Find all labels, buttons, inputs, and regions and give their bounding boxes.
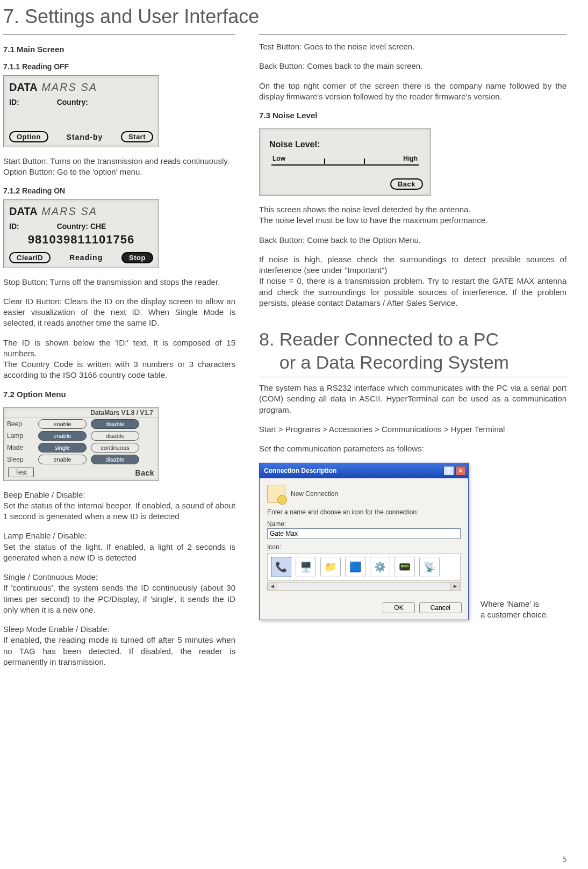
grid-icon[interactable]: 🟦 bbox=[345, 557, 365, 577]
name-label: Name: bbox=[267, 520, 461, 528]
lcd-reading-on: DATA MARS SA ID: Country: CHE 9810398111… bbox=[3, 199, 159, 268]
text-72d-title: Sleep Mode Enable / Disable: bbox=[3, 624, 235, 635]
noise-high-label: High bbox=[403, 155, 418, 163]
text-73e: If noise = 0, there is a transmission pr… bbox=[259, 276, 567, 308]
noise-tick bbox=[364, 159, 365, 164]
lcd1-id-label: ID: bbox=[9, 98, 19, 106]
heading-7-1-2: 7.1.2 Reading ON bbox=[3, 186, 235, 195]
lcd-noise-level: Noise Level: Low High Back bbox=[259, 128, 431, 196]
text-72b-title: Lamp Enable / Disable: bbox=[3, 530, 235, 541]
opt-sleep-disable[interactable]: disable bbox=[91, 455, 139, 464]
lcd1-option-button[interactable]: Option bbox=[9, 131, 48, 142]
opt-sleep-enable[interactable]: enable bbox=[38, 455, 87, 464]
new-connection-label: New Connection bbox=[291, 490, 338, 498]
grid-icon[interactable]: 📡 bbox=[419, 557, 440, 577]
text-72b: Set the status of the light. If enabled,… bbox=[3, 542, 235, 564]
noise-tick bbox=[324, 159, 325, 164]
text-8b: Start > Programs > Accessories > Communi… bbox=[259, 424, 567, 435]
option-header: DataMars V1.8 / V1.7 bbox=[4, 408, 159, 418]
lcd2-logo: DATA MARS SA bbox=[9, 205, 97, 218]
dialog-titlebar[interactable]: Connection Description ? × bbox=[260, 463, 468, 478]
grid-icon[interactable]: 📟 bbox=[395, 557, 415, 577]
lcd1-country-label: Country: bbox=[57, 98, 88, 106]
text-pr2: Back Button: Comes back to the main scre… bbox=[259, 61, 567, 71]
lcd2-id-value: 981039811101756 bbox=[9, 233, 153, 247]
option-row-beep: Beep enable disable bbox=[4, 418, 159, 430]
text-73a: This screen shows the noise level detect… bbox=[259, 204, 567, 215]
option-row-sleep: Sleep enable disable bbox=[4, 454, 159, 465]
text-711a: Start Button: Turns on the transmission … bbox=[3, 156, 235, 167]
text-73b: The noise level must be low to have the … bbox=[259, 215, 567, 226]
opt-lamp-disable[interactable]: disable bbox=[91, 431, 139, 441]
grid-icon[interactable]: ⚙️ bbox=[370, 557, 390, 577]
opt-label-lamp: Lamp bbox=[7, 432, 36, 440]
close-button[interactable]: × bbox=[455, 466, 466, 476]
section-7-title: 7. Settings and User Interface bbox=[3, 5, 567, 28]
lcd2-clearid-button[interactable]: ClearID bbox=[9, 252, 51, 263]
option-row-mode: Mode single continuous bbox=[4, 442, 159, 454]
opt-mode-continuous[interactable]: continuous bbox=[91, 443, 139, 453]
text-72c: If 'continuous', the system sends the ID… bbox=[3, 583, 235, 615]
text-pr3: On the top right corner of the screen th… bbox=[259, 81, 567, 103]
opt-lamp-enable[interactable]: enable bbox=[38, 431, 87, 441]
new-connection-icon bbox=[267, 485, 285, 503]
text-8c: Set the communication parameters as foll… bbox=[259, 443, 567, 454]
option-row-lamp: Lamp enable disable bbox=[4, 430, 159, 442]
opt-beep-enable[interactable]: enable bbox=[38, 419, 87, 429]
text-72c-title: Single / Continuous Mode: bbox=[3, 572, 235, 583]
text-712a: Stop Button: Turns off the transmission … bbox=[3, 277, 235, 288]
text-73c: Back Button: Come back to the Option Men… bbox=[259, 235, 567, 246]
right-column: Test Button: Goes to the noise level scr… bbox=[259, 34, 567, 676]
lcd1-status: Stand-by bbox=[66, 133, 103, 141]
heading-7-2: 7.2 Option Menu bbox=[3, 390, 235, 399]
grid-icon[interactable]: 📞 bbox=[271, 557, 291, 577]
lcd2-id-label: ID: bbox=[9, 222, 19, 231]
left-column: 7.1 Main Screen 7.1.1 Reading OFF DATA M… bbox=[3, 34, 235, 676]
option-menu-screen: DataMars V1.8 / V1.7 Beep enable disable… bbox=[3, 407, 159, 481]
text-72a-title: Beep Enable / Disable: bbox=[3, 490, 235, 500]
noise-back-button[interactable]: Back bbox=[390, 178, 423, 190]
connection-description-dialog: Connection Description ? × New Connectio… bbox=[259, 463, 469, 620]
lcd2-country-label: Country: CHE bbox=[57, 222, 106, 231]
noise-title: Noise Level: bbox=[269, 140, 423, 149]
opt-back-button[interactable]: Back bbox=[135, 468, 154, 477]
lcd2-status: Reading bbox=[69, 253, 103, 262]
opt-mode-single[interactable]: single bbox=[38, 443, 87, 453]
grid-icon[interactable]: 📁 bbox=[320, 557, 341, 577]
name-input[interactable] bbox=[267, 528, 461, 539]
text-8a: The system has a RS232 interface which c… bbox=[259, 383, 567, 415]
lcd2-stop-button[interactable]: Stop bbox=[121, 252, 153, 263]
noise-bar: Low High bbox=[271, 155, 419, 166]
text-pr1: Test Button: Goes to the noise level scr… bbox=[259, 41, 567, 52]
cancel-button[interactable]: Cancel bbox=[419, 602, 462, 613]
scroll-right-icon[interactable]: ► bbox=[450, 583, 460, 590]
opt-label-beep: Beep bbox=[7, 420, 36, 428]
noise-low-label: Low bbox=[273, 155, 285, 163]
heading-7-1: 7.1 Main Screen bbox=[3, 45, 235, 54]
grid-icon[interactable]: 🖥️ bbox=[296, 557, 316, 577]
icon-grid[interactable]: 📞 🖥️ 📁 🟦 ⚙️ 📟 📡 bbox=[267, 553, 461, 581]
icon-label: Icon: bbox=[267, 543, 461, 551]
dialog-title: Connection Description bbox=[264, 467, 336, 475]
dialog-prompt: Enter a name and choose an icon for the … bbox=[267, 508, 461, 516]
side-note: Where 'Name' is a customer choice. bbox=[481, 599, 567, 621]
lcd1-logo: DATA MARS SA bbox=[9, 81, 97, 94]
heading-7-1-1: 7.1.1 Reading OFF bbox=[3, 62, 235, 71]
text-72a: Set the status of the internal beeper. I… bbox=[3, 500, 235, 522]
section-8-title: 8. Reader Connected to a PC or a Data Re… bbox=[259, 328, 567, 374]
text-712b: Clear ID Button: Clears the ID on the di… bbox=[3, 296, 235, 329]
opt-label-sleep: Sleep bbox=[7, 456, 36, 463]
text-73d: If noise is high, please check the surro… bbox=[259, 254, 567, 276]
lcd-reading-off: DATA MARS SA ID: Country: Option Stand-b… bbox=[3, 75, 159, 147]
text-711b: Option Button: Go to the 'option' menu. bbox=[3, 167, 235, 177]
heading-7-3: 7.3 Noise Level bbox=[259, 111, 567, 120]
scroll-left-icon[interactable]: ◄ bbox=[268, 583, 277, 590]
help-button[interactable]: ? bbox=[443, 466, 454, 476]
ok-button[interactable]: OK bbox=[383, 602, 414, 613]
opt-beep-disable[interactable]: disable bbox=[91, 419, 139, 429]
opt-test-button[interactable]: Test bbox=[8, 468, 34, 477]
text-712c: The ID is shown below the 'ID:' text. It… bbox=[3, 337, 235, 360]
icon-scrollbar[interactable]: ◄ ► bbox=[267, 582, 461, 591]
opt-label-mode: Mode bbox=[7, 444, 36, 451]
lcd1-start-button[interactable]: Start bbox=[121, 131, 153, 142]
